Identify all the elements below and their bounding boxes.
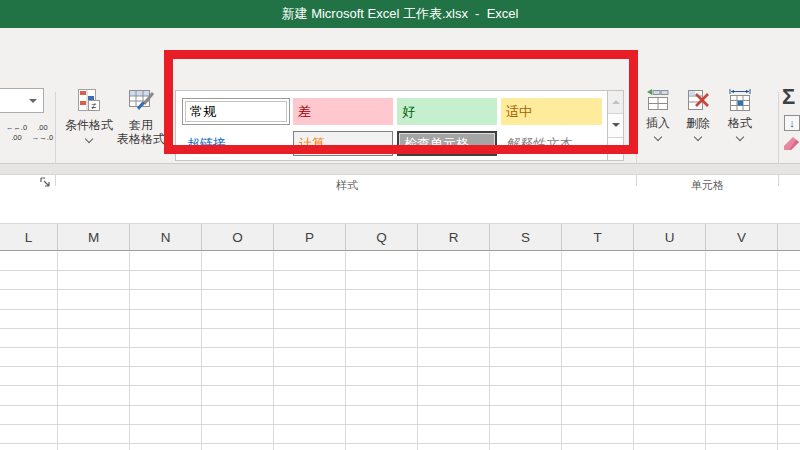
clear-eraser-icon[interactable] bbox=[783, 137, 800, 151]
cell-styles-gallery: 常规 差 好 适中 超链接 计算 检查单元格 解释性文本 bbox=[175, 90, 624, 161]
column-header-M[interactable]: M bbox=[58, 224, 130, 250]
column-header-V[interactable]: V bbox=[706, 224, 778, 250]
ribbon-bottom-strip bbox=[0, 164, 800, 175]
conditional-formatting-icon: ≠ bbox=[76, 88, 102, 114]
sheet-grid[interactable] bbox=[0, 252, 800, 450]
triangle-down-icon bbox=[612, 123, 620, 127]
style-gallery-slot[interactable]: 解释性文本 bbox=[501, 131, 602, 156]
style-gallery-slot[interactable]: 适中 bbox=[501, 98, 602, 125]
decrease-decimal-button[interactable]: .00 →→.0 bbox=[30, 123, 55, 146]
fill-button[interactable]: ↓ bbox=[784, 115, 800, 131]
column-header-U[interactable]: U bbox=[634, 224, 706, 250]
window-title: 新建 Microsoft Excel 工作表.xlsx - Excel bbox=[282, 5, 519, 23]
style-gallery-slot[interactable]: 好 bbox=[397, 98, 497, 125]
cells-group-label: 单元格 bbox=[637, 178, 778, 191]
chevron-down-icon bbox=[736, 133, 744, 141]
fill-down-icon: ↓ bbox=[789, 117, 795, 129]
column-header-T[interactable]: T bbox=[562, 224, 634, 250]
style-gallery-slot[interactable]: 常规 bbox=[182, 98, 290, 125]
gallery-more-button[interactable] bbox=[608, 138, 623, 160]
ribbon: ←←.0 .00 .00 →→.0 ≠ 条件格式 bbox=[0, 28, 800, 164]
more-styles-icon bbox=[612, 145, 620, 147]
style-gallery-slot[interactable]: 检查单元格 bbox=[397, 131, 497, 156]
gallery-scroll-up-button[interactable] bbox=[608, 91, 623, 114]
triangle-up-icon bbox=[612, 100, 620, 104]
column-header-N[interactable]: N bbox=[130, 224, 202, 250]
format-label: 格式 bbox=[728, 116, 752, 130]
svg-text:≠: ≠ bbox=[92, 101, 97, 111]
increase-decimal-button[interactable]: ←←.0 .00 bbox=[4, 123, 29, 146]
dialog-launcher-icon[interactable] bbox=[40, 177, 51, 188]
insert-label: 插入 bbox=[646, 116, 670, 130]
chevron-down-icon bbox=[29, 99, 37, 103]
autosum-button[interactable]: Σ bbox=[782, 84, 795, 110]
gallery-scroll-down-button[interactable] bbox=[608, 114, 623, 137]
delete-cells-icon bbox=[686, 88, 710, 112]
column-header-Q[interactable]: Q bbox=[346, 224, 418, 250]
conditional-formatting-label: 条件格式 bbox=[65, 118, 113, 132]
format-cells-icon bbox=[728, 88, 752, 112]
sigma-icon: Σ bbox=[782, 84, 795, 109]
decrease-decimal-icon: .00 bbox=[37, 123, 47, 132]
column-headers: LMNOPQRSTUV bbox=[0, 223, 800, 251]
column-header-R[interactable]: R bbox=[418, 224, 490, 250]
column-header-S[interactable]: S bbox=[490, 224, 562, 250]
gallery-scrollbar bbox=[607, 91, 623, 160]
format-as-table-label: 套用 bbox=[129, 118, 153, 132]
delete-label: 删除 bbox=[686, 116, 710, 130]
style-gallery-item-bad[interactable]: 差 bbox=[293, 98, 393, 125]
style-gallery-item-neutral[interactable]: 适中 bbox=[501, 98, 602, 125]
style-gallery-slot[interactable]: 计算 bbox=[293, 131, 393, 156]
column-header-O[interactable]: O bbox=[202, 224, 274, 250]
number-format-dropdown[interactable] bbox=[0, 88, 44, 113]
style-gallery-item-calculation[interactable]: 计算 bbox=[293, 131, 393, 156]
chevron-down-icon bbox=[654, 133, 662, 141]
chevron-down-icon bbox=[694, 133, 702, 141]
styles-group-label: 样式 bbox=[60, 178, 634, 191]
style-gallery-slot[interactable]: 超链接 bbox=[182, 131, 290, 156]
style-gallery-item-hyperlink[interactable]: 超链接 bbox=[182, 131, 290, 156]
format-as-table-icon bbox=[128, 88, 155, 114]
style-gallery-slot[interactable]: 差 bbox=[293, 98, 393, 125]
title-bar: 新建 Microsoft Excel 工作表.xlsx - Excel bbox=[0, 0, 800, 28]
style-gallery-item-explanatory-text[interactable]: 解释性文本 bbox=[501, 131, 602, 156]
style-gallery-item-check-cell[interactable]: 检查单元格 bbox=[397, 131, 497, 156]
style-gallery-item-good[interactable]: 好 bbox=[397, 98, 497, 125]
chevron-down-icon bbox=[85, 135, 93, 143]
column-header-L[interactable]: L bbox=[0, 224, 58, 250]
style-gallery-item-normal[interactable]: 常规 bbox=[185, 101, 287, 122]
column-header-P[interactable]: P bbox=[274, 224, 346, 250]
insert-cells-icon bbox=[646, 88, 670, 112]
increase-decimal-icon: ←.0 bbox=[13, 123, 27, 132]
